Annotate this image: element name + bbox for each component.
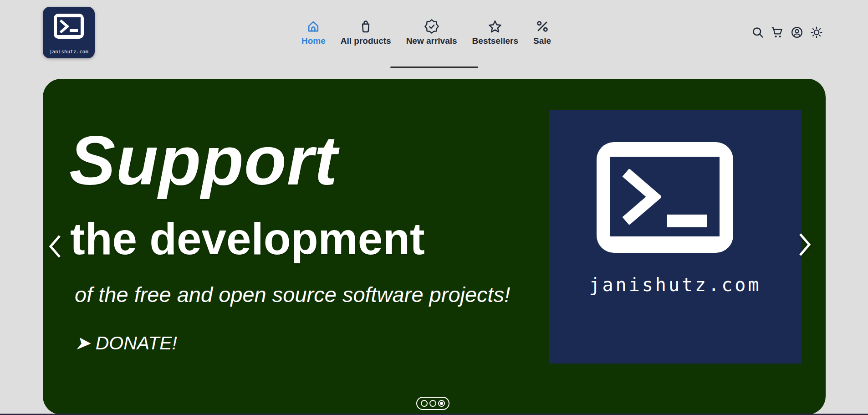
star-icon	[488, 19, 502, 34]
nav-item-all-products[interactable]: All products	[341, 19, 391, 46]
header-actions	[751, 26, 823, 39]
site-logo[interactable]: janishutz.com	[43, 7, 95, 58]
carousel-prev-button[interactable]	[47, 233, 63, 260]
hero-slide-image: janishutz.com	[549, 110, 802, 364]
nav-item-label: Home	[301, 36, 326, 46]
terminal-chevron-icon	[621, 169, 661, 225]
carousel-next-button[interactable]	[797, 231, 812, 258]
theme-light-button[interactable]	[810, 26, 823, 39]
account-button[interactable]	[791, 26, 803, 39]
carousel-dot-1[interactable]	[421, 400, 428, 407]
nav-active-indicator	[390, 67, 478, 68]
nav-item-label: Sale	[533, 36, 551, 46]
carousel-dot-3[interactable]	[438, 400, 445, 407]
chevron-right-icon	[797, 231, 812, 258]
terminal-icon	[54, 14, 84, 39]
terminal-chevron-icon	[59, 20, 69, 33]
nav-item-sale[interactable]: Sale	[533, 19, 551, 46]
percent-icon	[535, 19, 550, 34]
nav-item-bestsellers[interactable]: Bestsellers	[472, 19, 518, 46]
hero-image-text: janishutz.com	[549, 274, 802, 295]
carousel-dot-2[interactable]	[429, 400, 436, 407]
hero-title-line1: Support	[69, 124, 338, 197]
new-badge-icon	[424, 19, 439, 34]
logo-text: janishutz.com	[43, 49, 95, 54]
hero-title-line2: the development	[70, 215, 425, 262]
sun-icon	[810, 26, 823, 39]
shopping-bag-icon	[358, 19, 373, 34]
cart-icon	[771, 26, 784, 39]
account-icon	[791, 26, 803, 39]
donate-link[interactable]: ➤ DONATE!	[75, 332, 177, 354]
terminal-underscore-icon	[667, 215, 707, 227]
nav-item-label: New arrivals	[406, 36, 457, 46]
nav-item-new-arrivals[interactable]: New arrivals	[406, 19, 457, 46]
nav-item-label: Bestsellers	[472, 36, 518, 46]
carousel-dots	[416, 397, 449, 410]
main-nav: HomeAll productsNew arrivalsBestsellersS…	[301, 19, 551, 46]
terminal-underscore-icon	[70, 29, 78, 32]
chevron-left-icon	[47, 233, 63, 260]
search-button[interactable]	[751, 26, 764, 39]
search-icon	[751, 26, 764, 39]
hero-banner: Support the development of the free and …	[43, 79, 826, 415]
nav-item-label: All products	[341, 36, 391, 46]
nav-item-home[interactable]: Home	[301, 19, 326, 46]
terminal-icon	[597, 142, 733, 253]
hero-subtitle: of the free and open source software pro…	[75, 282, 510, 307]
home-icon	[306, 19, 321, 34]
storefront-page: janishutz.com HomeAll productsNew arriva…	[0, 0, 868, 415]
cart-button[interactable]	[771, 26, 784, 39]
